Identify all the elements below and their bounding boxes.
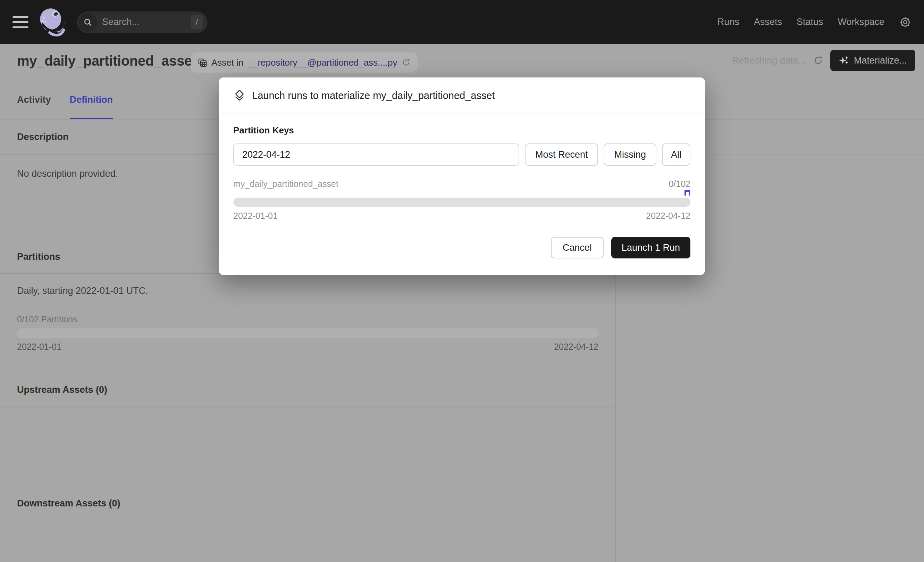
- cancel-button[interactable]: Cancel: [551, 237, 604, 258]
- settings-gear-icon[interactable]: [899, 16, 912, 29]
- filter-all-button[interactable]: All: [662, 143, 690, 166]
- tab-activity[interactable]: Activity: [17, 90, 51, 119]
- dialog-header: Launch runs to materialize my_daily_part…: [219, 77, 705, 114]
- materialize-button[interactable]: Materialize...: [830, 50, 915, 71]
- asset-progress-row: my_daily_partitioned_asset 0/102: [233, 179, 690, 189]
- refresh-icon[interactable]: [813, 55, 824, 66]
- partition-selection-bar[interactable]: [233, 198, 690, 207]
- tab-definition[interactable]: Definition: [70, 90, 113, 119]
- partitions-section-body: Daily, starting 2022-01-01 UTC. 0/102 Pa…: [0, 274, 615, 372]
- partition-range: 2022-01-01 2022-04-12: [17, 342, 598, 352]
- selected-partition-marker: [684, 190, 690, 195]
- asset-location-pill[interactable]: Asset in __repository__@partitioned_ass.…: [191, 53, 418, 72]
- upstream-section-body: [0, 407, 615, 486]
- top-nav: Search... / Runs Assets Status Workspace: [0, 0, 924, 44]
- search-icon: [78, 13, 97, 32]
- dialog-footer: Cancel Launch 1 Run: [233, 237, 690, 258]
- search-placeholder: Search...: [102, 17, 140, 27]
- filter-most-recent-button[interactable]: Most Recent: [525, 143, 598, 166]
- filter-missing-button[interactable]: Missing: [604, 143, 656, 166]
- nav-link-assets[interactable]: Assets: [754, 17, 782, 27]
- dialog-range-start: 2022-01-01: [233, 211, 278, 221]
- downstream-section-body: [0, 521, 615, 562]
- partition-health-bar: [17, 328, 598, 338]
- partition-range-start: 2022-01-01: [17, 342, 62, 352]
- nav-link-runs[interactable]: Runs: [717, 17, 740, 27]
- partition-schedule: Daily, starting 2022-01-01 UTC.: [17, 286, 598, 296]
- partition-range-end: 2022-04-12: [554, 342, 598, 352]
- materialize-label: Materialize...: [854, 55, 907, 66]
- partition-controls: Most Recent Missing All: [233, 143, 690, 166]
- reload-definitions-icon[interactable]: [402, 58, 411, 67]
- asset-layers-icon: [233, 89, 246, 102]
- partition-count: 0/102 Partitions: [17, 314, 598, 325]
- repository-link[interactable]: __repository__@partitioned_ass....py: [248, 57, 398, 68]
- dagster-logo-icon[interactable]: [39, 7, 66, 37]
- upstream-section-header: Upstream Assets (0): [0, 372, 615, 407]
- launch-partitions-dialog: Launch runs to materialize my_daily_part…: [219, 77, 705, 275]
- nav-link-status[interactable]: Status: [796, 17, 824, 27]
- asset-in-label: Asset in: [212, 57, 244, 68]
- search-input[interactable]: Search... /: [77, 12, 208, 33]
- top-nav-links: Runs Assets Status Workspace: [717, 17, 884, 27]
- search-shortcut-badge: /: [191, 15, 203, 29]
- sparkles-icon: [838, 55, 850, 66]
- repository-icon: [198, 58, 207, 68]
- nav-link-workspace[interactable]: Workspace: [838, 17, 884, 27]
- downstream-section-header: Downstream Assets (0): [0, 486, 615, 521]
- partition-keys-label: Partition Keys: [233, 125, 690, 136]
- dialog-range-end: 2022-04-12: [646, 211, 690, 221]
- asset-tabs: Activity Definition: [17, 90, 113, 119]
- header-actions: Refreshing data... Materialize...: [732, 50, 915, 71]
- asset-name: my_daily_partitioned_asset: [233, 179, 338, 189]
- selection-marker-row: [233, 190, 690, 197]
- partition-key-input[interactable]: [233, 143, 519, 166]
- app-screen: Search... / Runs Assets Status Workspace…: [0, 0, 924, 562]
- page-title: my_daily_partitioned_asset: [17, 53, 196, 69]
- dialog-title: Launch runs to materialize my_daily_part…: [252, 90, 495, 101]
- menu-hamburger-icon[interactable]: [12, 17, 28, 28]
- dialog-body: Partition Keys Most Recent Missing All m…: [219, 114, 705, 258]
- dialog-partition-range: 2022-01-01 2022-04-12: [233, 211, 690, 221]
- refreshing-status: Refreshing data...: [732, 55, 806, 66]
- launch-run-button[interactable]: Launch 1 Run: [611, 237, 690, 258]
- progress-count: 0/102: [669, 179, 690, 189]
